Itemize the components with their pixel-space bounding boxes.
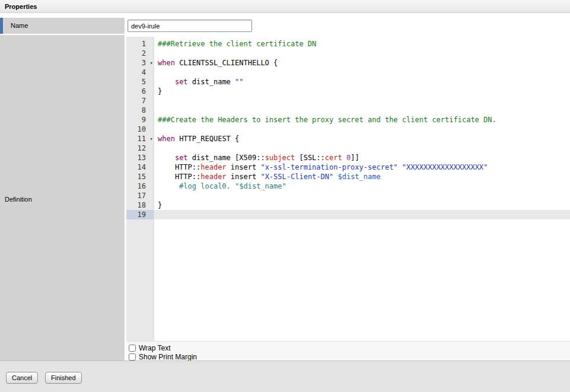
code-editor[interactable]: 123▾4567891011▾1213141516171819 ###Retri… (126, 37, 570, 341)
show-print-margin-option[interactable]: Show Print Margin (128, 352, 570, 361)
wrap-text-label: Wrap Text (139, 344, 171, 352)
code-line[interactable] (154, 49, 570, 58)
code-token: subject (265, 154, 295, 162)
code-line[interactable]: ###Create the Headers to insert the prox… (154, 115, 570, 125)
gutter-line-number[interactable]: 18 (126, 200, 154, 210)
show-print-margin-label: Show Print Margin (139, 353, 197, 361)
gutter-line-number[interactable]: 1 (126, 39, 154, 49)
code-line[interactable] (154, 68, 570, 77)
code-token (158, 78, 175, 86)
code-token: ###Create the Headers to insert the prox… (158, 116, 496, 124)
properties-header: Properties (0, 0, 570, 13)
code-token: [SSL:: (295, 154, 325, 162)
gutter-line-number[interactable]: 6 (126, 87, 154, 96)
code-token: when (158, 59, 175, 67)
code-token: insert (227, 163, 261, 171)
gutter-line-number[interactable]: 9 (126, 115, 154, 125)
editor-code[interactable]: ###Retrieve the client certificate DNwhe… (154, 37, 570, 341)
code-token: header (200, 173, 226, 181)
code-line[interactable]: } (154, 200, 570, 210)
gutter-line-number[interactable]: 15 (126, 172, 154, 181)
footer-bar: Cancel Finished (0, 361, 570, 392)
active-row-indicator (0, 18, 3, 34)
code-line[interactable] (154, 125, 570, 134)
code-token: header (200, 163, 226, 171)
gutter-line-number[interactable]: 17 (126, 191, 154, 200)
cancel-button[interactable]: Cancel (6, 372, 38, 384)
code-line[interactable]: } (154, 87, 570, 96)
gutter-line-number[interactable]: 19 (126, 210, 154, 219)
code-token: $dist_name (337, 173, 380, 181)
code-token: ###Retrieve the client certificate DN (158, 40, 316, 48)
code-token (398, 163, 402, 171)
code-token: "" (235, 78, 243, 86)
code-token: set (175, 78, 188, 86)
name-label-cell: Name (0, 18, 125, 34)
code-line[interactable]: HTTP::header insert "x-ssl-termination-p… (154, 162, 570, 172)
code-token: dist_name (188, 78, 235, 86)
editor-options: Wrap TextShow Print Margin (126, 341, 570, 361)
code-token: "x-ssl-termination-proxy-secret" (260, 163, 397, 171)
code-line[interactable]: set dist_name "" (154, 77, 570, 87)
code-token: dist_name [X509:: (188, 154, 265, 162)
gutter-line-number[interactable]: 12 (126, 144, 154, 153)
name-input[interactable] (128, 20, 252, 32)
gutter-line-number[interactable]: 10 (126, 125, 154, 134)
code-token (342, 154, 346, 162)
editor-gutter: 123▾4567891011▾1213141516171819 (126, 37, 154, 341)
show-print-margin-checkbox[interactable] (129, 353, 136, 361)
code-line[interactable] (154, 144, 570, 153)
gutter-line-number[interactable]: 2 (126, 49, 154, 58)
code-token: } (158, 87, 162, 95)
code-line[interactable]: HTTP::header insert "X-SSL-Client-DN" $d… (154, 172, 570, 181)
code-line[interactable]: when HTTP_REQUEST { (154, 134, 570, 144)
code-line[interactable]: set dist_name [X509::subject [SSL::cert … (154, 153, 570, 162)
gutter-line-number[interactable]: 3▾ (126, 58, 154, 68)
gutter-line-number[interactable]: 4 (126, 68, 154, 77)
code-token: cert (325, 154, 342, 162)
code-line[interactable] (154, 210, 570, 219)
definition-label: Definition (5, 196, 32, 203)
code-line[interactable]: ###Retrieve the client certificate DN (154, 39, 570, 49)
code-token: "XXXXXXXXXXXXXXXXXX" (402, 163, 488, 171)
gutter-line-number[interactable]: 5 (126, 77, 154, 87)
name-row: Name (0, 18, 570, 34)
code-fold-icon[interactable]: ▾ (150, 135, 153, 143)
code-token: } (158, 201, 162, 209)
code-token: set (175, 154, 188, 162)
gutter-line-number[interactable]: 14 (126, 162, 154, 172)
code-token: insert (227, 173, 261, 181)
finished-button[interactable]: Finished (45, 372, 82, 384)
code-line[interactable] (154, 191, 570, 200)
gutter-line-number[interactable]: 7 (126, 96, 154, 106)
page-title: Properties (5, 3, 37, 10)
wrap-text-option[interactable]: Wrap Text (128, 343, 570, 352)
code-token: HTTP:: (158, 173, 200, 181)
code-token: when (158, 135, 175, 143)
code-token: HTTP:: (158, 163, 200, 171)
code-line[interactable] (154, 96, 570, 106)
code-token: "X-SSL-Client-DN" (260, 173, 333, 181)
code-token: CLIENTSSL_CLIENTHELLO { (175, 59, 278, 67)
definition-label-cell: Definition (0, 35, 125, 361)
definition-row: Definition 123▾4567891011▾12131415161718… (0, 35, 570, 361)
code-line[interactable]: when CLIENTSSL_CLIENTHELLO { (154, 58, 570, 68)
code-token: #log local0. "$dist_name" (158, 182, 286, 190)
code-line[interactable]: #log local0. "$dist_name" (154, 181, 570, 191)
code-fold-icon[interactable]: ▾ (150, 59, 153, 67)
code-token: ]] (351, 154, 359, 162)
code-line[interactable] (154, 106, 570, 115)
gutter-line-number[interactable]: 8 (126, 106, 154, 115)
code-token: HTTP_REQUEST { (175, 135, 239, 143)
wrap-text-checkbox[interactable] (129, 345, 136, 352)
gutter-line-number[interactable]: 13 (126, 153, 154, 162)
code-token (158, 154, 175, 162)
gutter-line-number[interactable]: 11▾ (126, 134, 154, 144)
name-label: Name (11, 22, 28, 29)
gutter-line-number[interactable]: 16 (126, 181, 154, 191)
